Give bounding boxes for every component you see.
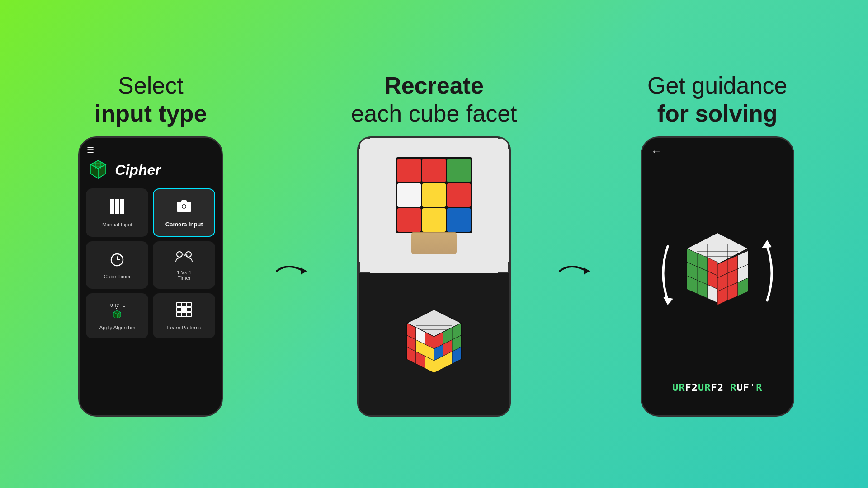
svg-rect-8 (110, 199, 114, 204)
solution-cube-area (642, 165, 793, 382)
arrow-1 (274, 258, 311, 285)
phone-left: ☰ Ciph (78, 136, 223, 417)
logo-area: Cipher (80, 159, 222, 188)
corner-tr (498, 138, 509, 149)
camera-view (359, 138, 509, 273)
section-2-title: Recreateeach cube facet (351, 71, 517, 128)
algorithm-icon: U R' L • (109, 301, 125, 321)
phone-header: ☰ (80, 138, 222, 159)
algo-white-2: 2 (692, 382, 698, 393)
svg-rect-39 (177, 312, 181, 317)
rotation-arrows-svg (654, 210, 781, 337)
svg-text:Vs: Vs (183, 253, 188, 257)
svg-marker-42 (301, 267, 307, 275)
app-name: Cipher (115, 162, 160, 178)
algo-green-6: R (756, 382, 762, 393)
svg-rect-38 (187, 307, 191, 312)
versus-icon: Vs (175, 249, 193, 266)
arrow-2 (557, 258, 594, 285)
svg-rect-9 (115, 199, 119, 204)
timer-icon (109, 251, 125, 270)
svg-rect-35 (187, 302, 191, 307)
section-guidance: Get guidancefor solving ← (594, 71, 841, 417)
phone-middle (357, 136, 511, 417)
svg-rect-14 (110, 209, 114, 214)
algorithm-display: URF2URF2 RUF'R (642, 382, 793, 407)
svg-rect-40 (182, 312, 186, 317)
apply-algorithm-label: Apply Algorithm (99, 325, 135, 330)
algo-green-2: R (679, 382, 685, 393)
learn-patterns-label: Learn Patterns (167, 325, 201, 330)
svg-rect-41 (187, 312, 191, 317)
section-3-title: Get guidancefor solving (647, 71, 787, 128)
corner-bl (359, 262, 370, 273)
algo-white-1: F (685, 382, 691, 393)
svg-text:U R' L: U R' L (110, 303, 125, 308)
svg-rect-11 (110, 204, 114, 209)
algo-white-5: U (736, 382, 743, 393)
corner-br (498, 262, 509, 273)
phone-right: ← (641, 136, 794, 417)
svg-text:•: • (116, 306, 117, 310)
app-logo (87, 159, 109, 181)
svg-marker-70 (762, 240, 772, 248)
algo-green-4: R (704, 382, 711, 393)
section-recreate: Recreateeach cube facet (311, 71, 558, 417)
svg-marker-69 (663, 297, 673, 305)
section-1-title: Selectinput type (94, 71, 207, 128)
apply-algorithm-button[interactable]: U R' L • Apply Algorithm (86, 293, 148, 338)
camera-input-button[interactable]: Camera Input (153, 188, 215, 237)
cube-timer-label: Cube Timer (104, 274, 131, 279)
svg-marker-68 (584, 267, 590, 275)
svg-rect-16 (120, 209, 124, 214)
algo-green-5: R (724, 382, 737, 393)
1vs1-timer-button[interactable]: Vs 1 Vs 1Timer (153, 241, 215, 289)
right-phone-header: ← (642, 138, 793, 165)
svg-rect-34 (182, 302, 186, 307)
svg-rect-12 (115, 204, 119, 209)
grid-icon (109, 198, 125, 218)
arrow-1-svg (274, 258, 311, 285)
corner-tl (359, 138, 370, 149)
manual-input-button[interactable]: Manual Input (86, 188, 148, 237)
section-select-input: Selectinput type ☰ (27, 71, 274, 417)
algo-green-1: U (672, 382, 679, 393)
hand-image (411, 232, 457, 254)
cube-timer-button[interactable]: Cube Timer (86, 241, 148, 289)
algo-white-6: F' (743, 382, 756, 393)
svg-rect-37 (182, 307, 186, 312)
1vs1-timer-label: 1 Vs 1Timer (177, 270, 192, 281)
arrow-2-svg (557, 258, 594, 285)
learn-patterns-button[interactable]: Learn Patterns (153, 293, 215, 338)
manual-input-label: Manual Input (102, 222, 132, 227)
menu-grid: Manual Input Camera Input (80, 188, 222, 338)
svg-rect-15 (115, 209, 119, 214)
camera-input-label: Camera Input (165, 221, 203, 228)
svg-rect-13 (120, 204, 124, 209)
algo-white-3: F (711, 382, 717, 393)
svg-rect-33 (177, 302, 181, 307)
svg-rect-36 (177, 307, 181, 312)
cube-3d-section (359, 273, 509, 417)
cube-3d-middle (389, 300, 479, 391)
patterns-icon (176, 301, 192, 321)
algo-green-3: U (698, 382, 704, 393)
back-arrow[interactable]: ← (651, 145, 662, 158)
svg-rect-10 (120, 199, 124, 204)
svg-point-18 (183, 205, 186, 208)
hamburger-icon[interactable]: ☰ (87, 145, 94, 155)
algo-white-4: 2 (717, 382, 724, 393)
camera-icon (176, 197, 192, 217)
svg-point-24 (177, 252, 182, 257)
